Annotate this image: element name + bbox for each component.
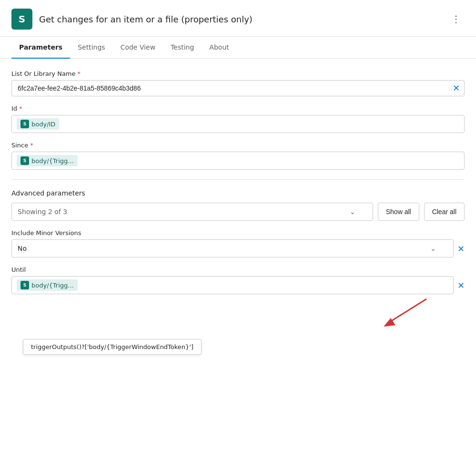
tab-parameters[interactable]: Parameters [11, 37, 70, 59]
list-library-input[interactable] [11, 80, 465, 96]
advanced-controls: Showing 2 of 3 ⌄ Show all Clear all [11, 203, 465, 221]
since-token-field[interactable]: S body/{Trigg... [11, 152, 465, 170]
since-token-text: body/{Trigg... [31, 157, 74, 165]
chevron-down-icon: ⌄ [350, 208, 355, 216]
id-token-badge: S body/ID [17, 118, 59, 130]
id-field-group: Id * S body/ID [11, 105, 465, 133]
include-minor-label: Include Minor Versions [11, 229, 465, 237]
include-minor-select[interactable]: No ⌄ [11, 239, 454, 257]
tab-code-view[interactable]: Code View [113, 37, 163, 59]
main-container: S Get changes for an item or a file (pro… [0, 0, 476, 453]
red-arrow-icon [350, 294, 436, 332]
until-token-field[interactable]: S body/{Trigg... [11, 276, 454, 294]
include-minor-chevron-icon: ⌄ [430, 245, 436, 252]
since-required: * [30, 142, 33, 149]
header: S Get changes for an item or a file (pro… [0, 0, 476, 37]
until-token-icon: S [20, 281, 29, 289]
tab-settings[interactable]: Settings [70, 37, 112, 59]
content-area: List Or Library Name * ✕ Id * S body/ID [0, 59, 476, 366]
since-field-group: Since * S body/{Trigg... [11, 142, 465, 170]
since-token-badge: S body/{Trigg... [17, 155, 78, 166]
id-label: Id * [11, 105, 465, 112]
list-library-required: * [78, 70, 81, 77]
advanced-dropdown-text: Showing 2 of 3 [18, 208, 67, 216]
more-options-button[interactable]: ⋮ [447, 11, 465, 27]
until-label: Until [11, 266, 465, 273]
include-minor-value: No [18, 245, 27, 252]
advanced-title: Advanced parameters [11, 189, 465, 197]
until-row: S body/{Trigg... ✕ [11, 276, 465, 294]
app-icon: S [11, 9, 32, 30]
include-minor-field-group: Include Minor Versions No ⌄ ✕ [11, 229, 465, 257]
tooltip-box: triggerOutputs()?['body/{TriggerWindowEn… [23, 339, 202, 355]
list-library-field-group: List Or Library Name * ✕ [11, 70, 465, 96]
id-token-text: body/ID [31, 121, 55, 128]
list-library-input-wrapper: ✕ [11, 80, 465, 96]
until-token-badge: S body/{Trigg... [17, 279, 78, 291]
tooltip-container: triggerOutputs()?['body/{TriggerWindowEn… [11, 337, 465, 355]
tab-about[interactable]: About [202, 37, 236, 59]
advanced-section: Advanced parameters Showing 2 of 3 ⌄ Sho… [11, 189, 465, 221]
include-minor-select-wrapper: No ⌄ [11, 239, 454, 257]
id-token-field[interactable]: S body/ID [11, 115, 465, 133]
header-left: S Get changes for an item or a file (pro… [11, 9, 253, 30]
show-all-button[interactable]: Show all [378, 203, 419, 221]
arrow-area [11, 294, 465, 337]
tab-testing[interactable]: Testing [163, 37, 202, 59]
id-required: * [19, 105, 22, 112]
clear-all-button[interactable]: Clear all [424, 203, 465, 221]
until-token-text: body/{Trigg... [31, 282, 74, 289]
since-token-icon: S [20, 156, 29, 165]
list-library-label: List Or Library Name * [11, 70, 465, 77]
since-label: Since * [11, 142, 465, 149]
tabs-bar: Parameters Settings Code View Testing Ab… [0, 37, 476, 59]
svg-line-0 [388, 299, 426, 323]
page-title: Get changes for an item or a file (prope… [39, 14, 253, 24]
id-token-icon: S [20, 120, 29, 128]
include-minor-row: No ⌄ ✕ [11, 239, 465, 257]
until-clear-icon[interactable]: ✕ [457, 280, 465, 290]
advanced-dropdown[interactable]: Showing 2 of 3 ⌄ [11, 203, 373, 221]
until-section: Until S body/{Trigg... ✕ [11, 266, 465, 355]
section-divider [11, 179, 465, 180]
include-minor-clear-icon[interactable]: ✕ [457, 244, 465, 254]
list-library-clear-icon[interactable]: ✕ [453, 84, 460, 93]
